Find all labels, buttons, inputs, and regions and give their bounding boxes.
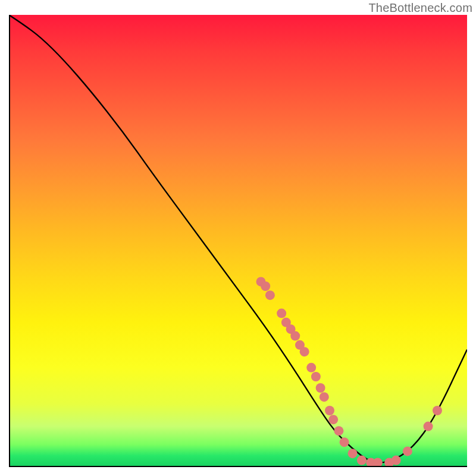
- y-axis: [9, 15, 10, 467]
- watermark-text: TheBottleneck.com: [368, 1, 472, 15]
- gradient-background: [9, 15, 467, 467]
- plot-area: [9, 15, 467, 467]
- chart-container: TheBottleneck.com: [0, 0, 476, 476]
- x-axis: [9, 466, 467, 467]
